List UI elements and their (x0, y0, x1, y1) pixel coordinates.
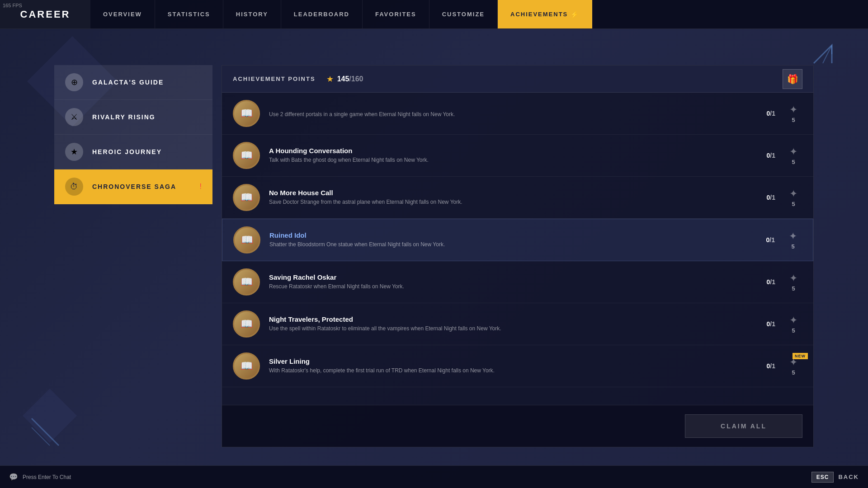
heroic-journey-icon: ★ (65, 143, 83, 161)
achievement-desc-5: Use the spell within Ratatoskr to elimin… (269, 325, 758, 333)
achievement-item-1[interactable]: A Hounding Conversation Talk with Bats t… (222, 135, 813, 177)
achievement-progress-6: 0/1 (767, 362, 775, 370)
star-points-1: 5 (792, 159, 795, 165)
achievement-header: ACHIEVEMENT POINTS ★ 145/160 🎁 (222, 66, 813, 93)
achievement-info-2: No More House Call Save Doctor Strange f… (260, 189, 767, 206)
nav-item-customize[interactable]: CUSTOMIZE (429, 0, 498, 28)
nav-item-statistics[interactable]: STATISTICS (155, 0, 223, 28)
star-icon-2: ✦ (789, 188, 797, 200)
star-points-4: 5 (792, 285, 795, 292)
achievement-stars-1: ✦ 5 (784, 146, 802, 165)
gift-button[interactable]: 🎁 (783, 69, 802, 89)
star-points-6: 5 (792, 369, 795, 376)
achievement-name-5: Night Travelers, Protected (269, 315, 758, 323)
right-panel: ACHIEVEMENT POINTS ★ 145/160 🎁 Use 2 dif… (222, 65, 814, 447)
sidebar: ⊕ GALACTA'S GUIDE ⚔ RIVALRY RISING ★ HER… (54, 65, 212, 447)
galactas-guide-label: GALACTA'S GUIDE (92, 79, 164, 86)
nav-item-history[interactable]: HISTORY (223, 0, 281, 28)
achievement-stars-5: ✦ 5 (784, 314, 802, 334)
claim-all-button[interactable]: CLAIM ALL (685, 414, 802, 438)
achievement-points-display: ★ 145/160 (326, 74, 363, 84)
achievement-progress-0: 0/1 (767, 110, 775, 117)
achievement-name-2: No More House Call (269, 189, 758, 197)
achievement-stars-0: ✦ 5 (784, 104, 802, 123)
star-icon-5: ✦ (789, 314, 797, 326)
galactas-guide-icon: ⊕ (65, 73, 83, 91)
chronoverse-badge: ! (200, 183, 202, 191)
chat-hint-text: Press Enter To Chat (23, 474, 71, 480)
heroic-journey-label: HEROIC JOURNEY (92, 148, 162, 155)
achievement-item-4[interactable]: Saving Rachel Oskar Rescue Ratatoskr whe… (222, 261, 813, 303)
nav-items: OVERVIEW STATISTICS HISTORY LEADERBOARD … (90, 0, 868, 28)
achievement-name-1: A Hounding Conversation (269, 147, 758, 155)
nav-item-leaderboard[interactable]: LEADERBOARD (281, 0, 363, 28)
top-nav: CAREER OVERVIEW STATISTICS HISTORY LEADE… (0, 0, 868, 29)
main-content: ⊕ GALACTA'S GUIDE ⚔ RIVALRY RISING ★ HER… (0, 29, 868, 465)
achievement-info-4: Saving Rachel Oskar Rescue Ratatoskr whe… (260, 273, 767, 291)
achievement-progress-5: 0/1 (767, 320, 775, 328)
achievement-desc-4: Rescue Ratatoskr when Eternal Night fall… (269, 283, 758, 291)
achievement-name-3: Ruined Idol (269, 231, 757, 239)
achievement-icon-6 (233, 352, 260, 380)
achievement-icon-1 (233, 142, 260, 169)
achievement-info-5: Night Travelers, Protected Use the spell… (260, 315, 767, 333)
achievement-desc-1: Talk with Bats the ghost dog when Eterna… (269, 156, 758, 164)
sidebar-item-heroic-journey[interactable]: ★ HEROIC JOURNEY (54, 135, 212, 169)
achievement-progress-4: 0/1 (767, 278, 775, 286)
nav-item-overview[interactable]: OVERVIEW (90, 0, 155, 28)
achievement-name-6: Silver Lining (269, 357, 758, 365)
nav-item-favorites[interactable]: FAVORITES (363, 0, 429, 28)
nav-item-achievements[interactable]: ACHIEVEMENTS (498, 0, 592, 28)
esc-back: ESC BACK (811, 472, 859, 483)
achievement-name-4: Saving Rachel Oskar (269, 273, 758, 281)
rivalry-rising-icon: ⚔ (65, 108, 83, 126)
star-points-5: 5 (792, 327, 795, 334)
achievement-info-0: Use 2 different portals in a single game… (260, 109, 767, 118)
star-icon-0: ✦ (789, 104, 797, 116)
claim-all-area: CLAIM ALL (222, 405, 813, 447)
achievement-icon-4 (233, 268, 260, 296)
achievement-desc-3: Shatter the Bloodstorm One statue when E… (269, 241, 757, 249)
achievement-item-3[interactable]: Ruined Idol Shatter the Bloodstorm One s… (222, 219, 813, 261)
esc-key[interactable]: ESC (811, 472, 834, 483)
achievement-item-6[interactable]: Silver Lining With Ratatoskr's help, com… (222, 345, 813, 387)
bottom-bar: 💬 Press Enter To Chat ESC BACK (0, 465, 868, 488)
achievement-item-2[interactable]: No More House Call Save Doctor Strange f… (222, 177, 813, 219)
achievement-stars-2: ✦ 5 (784, 188, 802, 207)
achievement-desc-2: Save Doctor Strange from the astral plan… (269, 198, 758, 206)
sidebar-item-rivalry-rising[interactable]: ⚔ RIVALRY RISING (54, 100, 212, 135)
star-points-0: 5 (792, 117, 795, 123)
achievement-list: Use 2 different portals in a single game… (222, 93, 813, 405)
achievement-icon-2 (233, 184, 260, 211)
achievement-item-0[interactable]: Use 2 different portals in a single game… (222, 93, 813, 135)
rivalry-rising-label: RIVALRY RISING (92, 113, 156, 121)
sidebar-item-galactas-guide[interactable]: ⊕ GALACTA'S GUIDE (54, 65, 212, 100)
fps-counter: 165 FPS (3, 3, 22, 8)
achievement-points-label: ACHIEVEMENT POINTS (233, 75, 316, 82)
chat-icon: 💬 (9, 473, 18, 481)
chronoverse-saga-label: CHRONOVERSE SAGA (92, 183, 176, 190)
achievement-progress-1: 0/1 (767, 152, 775, 159)
achievement-desc-6: With Ratatoskr's help, complete the firs… (269, 367, 758, 375)
achievement-icon-3 (233, 226, 260, 253)
sidebar-item-chronoverse-saga[interactable]: ⏱ CHRONOVERSE SAGA ! (54, 169, 212, 204)
achievement-progress-2: 0/1 (767, 194, 775, 201)
achievement-icon-0 (233, 100, 260, 127)
achievement-points-current: 145/160 (337, 75, 363, 83)
achievement-info-3: Ruined Idol Shatter the Bloodstorm One s… (260, 231, 766, 249)
chronoverse-saga-icon: ⏱ (65, 178, 83, 196)
chat-hint: 💬 Press Enter To Chat (9, 473, 71, 481)
star-icon-6: ✦ (789, 357, 797, 368)
achievement-desc-0: Use 2 different portals in a single game… (269, 111, 758, 118)
header-star-icon: ★ (326, 74, 334, 84)
star-points-3: 5 (791, 243, 794, 250)
star-points-2: 5 (792, 201, 795, 207)
achievement-stars-4: ✦ 5 (784, 272, 802, 292)
achievement-info-6: Silver Lining With Ratatoskr's help, com… (260, 357, 767, 375)
star-icon-3: ✦ (789, 230, 797, 242)
achievement-info-1: A Hounding Conversation Talk with Bats t… (260, 147, 767, 164)
achievement-icon-5 (233, 310, 260, 338)
achievement-stars-6: NEW ✦ 5 (784, 357, 802, 376)
achievement-item-5[interactable]: Night Travelers, Protected Use the spell… (222, 303, 813, 345)
achievement-stars-3: ✦ 5 (784, 230, 802, 250)
